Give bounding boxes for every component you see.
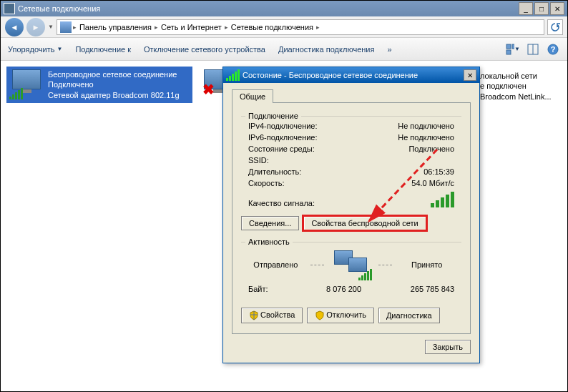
properties-button[interactable]: Свойства [241,308,303,323]
nav-bar: ◄ ► ▼ ▸ Панель управления ▸ Сеть и Интер… [1,16,567,38]
duration-label: Длительность: [248,167,423,176]
breadcrumb[interactable]: ▸ Панель управления ▸ Сеть и Интернет ▸ … [57,19,544,35]
toolbar: Упорядочить▼ Подключение к Отключение се… [1,38,567,61]
disable-device-button[interactable]: Отключение сетевого устройства [144,45,265,54]
view-options-icon[interactable]: ▼ [506,42,520,57]
signal-quality-label: Качество сигнала: [248,199,315,207]
details-button[interactable]: Сведения... [241,216,299,230]
status-dialog: Состояние - Беспроводное сетевое соедине… [222,67,480,363]
maximize-button[interactable]: □ [534,2,549,15]
signal-icon [226,69,240,81]
bytes-recv-value: 265 785 843 [361,285,454,293]
wireless-connection-icon [9,69,44,99]
organize-menu[interactable]: Упорядочить▼ [8,45,62,54]
speed-value: 54.0 Мбит/с [411,179,454,187]
help-icon[interactable]: ? [546,42,560,57]
diagnose-button[interactable]: Диагностика подключения [278,45,374,54]
svg-rect-0 [506,44,511,49]
wireless-properties-button[interactable]: Свойства беспроводной сети [303,216,426,230]
ipv4-label: IPv4-подключение: [248,122,398,130]
received-label: Принято [399,260,454,269]
signal-strength-icon [431,192,454,207]
media-value: Подключено [408,144,454,153]
location-icon [60,21,72,33]
chevron-right-icon: ▸ [316,24,320,31]
history-dropdown-icon[interactable]: ▼ [48,24,54,30]
breadcrumb-item[interactable]: Сеть и Интернет [160,23,223,31]
minimize-button[interactable]: _ [519,2,533,15]
back-button[interactable]: ◄ [5,18,24,36]
activity-icon [331,250,371,279]
connection-adapter: Сетевой адаптер Broadcom 802.11g [48,90,180,100]
chevron-right-icon: ▸ [73,24,77,31]
diagnose-button[interactable]: Диагностика [378,308,440,323]
chevron-right-icon: ▸ [155,24,158,31]
tab-general[interactable]: Общие [232,89,273,103]
ipv4-value: Не подключено [398,122,454,130]
connection-item-wireless[interactable]: Беспроводное сетевое соединение Подключе… [6,67,192,103]
shield-icon [315,310,325,320]
breadcrumb-item[interactable]: Панель управления [78,23,153,31]
ipv6-label: IPv6-подключение: [248,133,398,142]
window-title: Сетевые подключения [18,4,519,13]
svg-text:?: ? [551,45,556,54]
connection-status: Подключено [48,79,180,89]
duration-value: 06:15:39 [423,167,454,176]
window-titlebar: Сетевые подключения _ □ ✕ [1,1,567,16]
group-connection-label: Подключение [245,112,301,120]
ipv6-value: Не подключено [398,133,454,142]
dialog-close-button[interactable]: ✕ [464,69,476,81]
shield-icon [249,310,259,320]
refresh-button[interactable] [547,19,563,35]
forward-button[interactable]: ► [26,18,45,36]
connection-item-lan[interactable]: локальной сети е подключен Broadcom NetL… [480,71,564,102]
activity-line [378,265,393,265]
connect-to-button[interactable]: Подключение к [75,45,131,54]
chevron-right-icon: ▸ [225,24,228,31]
breadcrumb-item[interactable]: Сетевые подключения [230,23,315,31]
group-activity-label: Активность [245,237,293,246]
speed-label: Скорость: [248,179,411,187]
connection-name: Беспроводное сетевое соединение [48,69,180,79]
close-button[interactable]: ✕ [550,2,564,15]
dialog-titlebar: Состояние - Беспроводное сетевое соедине… [223,67,479,83]
sent-label: Отправлено [248,260,303,269]
close-dialog-button[interactable]: Закрыть [425,340,471,354]
activity-line [310,265,325,265]
window-icon [4,3,15,14]
svg-rect-2 [506,50,511,54]
disable-button[interactable]: Отключить [307,308,374,323]
bytes-sent-value: 8 076 200 [297,285,361,293]
preview-pane-icon[interactable] [526,42,540,57]
bytes-label: Байт: [248,285,297,293]
ssid-label: SSID: [248,156,454,165]
dialog-title: Состояние - Беспроводное сетевое соедине… [243,71,464,79]
media-label: Состояние среды: [248,144,408,153]
more-commands-button[interactable]: » [387,45,391,54]
